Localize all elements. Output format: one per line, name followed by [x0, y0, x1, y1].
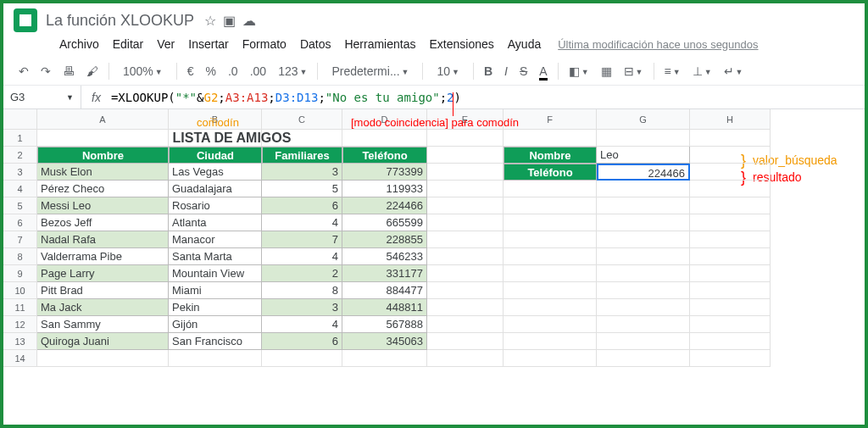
cell[interactable]: Pekin — [169, 299, 262, 316]
cell[interactable] — [597, 265, 690, 282]
menu-ayuda[interactable]: Ayuda — [501, 36, 548, 53]
cell[interactable]: 119933 — [342, 181, 427, 197]
cell[interactable] — [427, 299, 504, 316]
cell[interactable] — [427, 333, 504, 350]
cell[interactable]: Miami — [169, 282, 262, 299]
cell[interactable]: 3 — [262, 299, 342, 316]
cell[interactable]: Page Larry — [37, 265, 169, 282]
cell[interactable] — [597, 214, 690, 231]
cell[interactable]: Pitt Brad — [37, 282, 169, 299]
cell[interactable] — [504, 316, 597, 333]
cell[interactable] — [504, 214, 597, 231]
cell[interactable]: 884477 — [342, 282, 427, 299]
cell[interactable]: 4 — [262, 248, 342, 265]
cell[interactable] — [427, 197, 504, 214]
cell[interactable] — [427, 147, 504, 164]
currency-icon[interactable]: € — [182, 61, 199, 81]
cell[interactable] — [504, 130, 597, 147]
cell[interactable]: 567888 — [342, 316, 427, 333]
last-modified[interactable]: Última modificación hace unos segundos — [558, 38, 758, 51]
cell[interactable] — [597, 282, 690, 299]
cell[interactable] — [597, 316, 690, 333]
cell[interactable]: Leo — [597, 147, 690, 164]
doc-title[interactable]: La función XLOOKUP — [46, 12, 194, 30]
cell[interactable] — [504, 350, 597, 367]
cell[interactable] — [504, 181, 597, 197]
menu-formato[interactable]: Formato — [236, 36, 293, 53]
cell[interactable] — [262, 350, 342, 367]
cell[interactable]: Mountain View — [169, 265, 262, 282]
menu-ver[interactable]: Ver — [150, 36, 181, 53]
cell[interactable] — [427, 265, 504, 282]
halign-icon[interactable]: ≡▼ — [659, 61, 686, 81]
cell[interactable] — [690, 197, 771, 214]
undo-icon[interactable]: ↶ — [14, 61, 34, 81]
cell[interactable]: 228855 — [342, 231, 427, 248]
cell[interactable] — [690, 164, 771, 181]
menu-insertar[interactable]: Insertar — [181, 36, 235, 53]
row-header[interactable]: 11 — [3, 299, 37, 316]
cell[interactable]: 224466 — [597, 164, 690, 181]
cell[interactable] — [504, 231, 597, 248]
cell[interactable] — [597, 248, 690, 265]
cell[interactable] — [504, 265, 597, 282]
cell[interactable] — [169, 350, 262, 367]
menu-extensiones[interactable]: Extensiones — [422, 36, 500, 53]
cell[interactable]: San Sammy — [37, 316, 169, 333]
cell[interactable]: Teléfono — [342, 147, 427, 164]
sheets-logo-icon[interactable] — [14, 8, 37, 32]
row-header[interactable]: 9 — [3, 265, 37, 282]
menu-editar[interactable]: Editar — [106, 36, 151, 53]
cell[interactable]: Nombre — [37, 147, 169, 164]
cell[interactable]: 546233 — [342, 248, 427, 265]
decrease-decimal-icon[interactable]: .0 — [223, 61, 243, 81]
cell[interactable]: Valderrama Pibe — [37, 248, 169, 265]
row-header[interactable]: 8 — [3, 248, 37, 265]
cell[interactable]: Musk Elon — [37, 164, 169, 181]
move-icon[interactable]: ▣ — [223, 13, 236, 29]
cell[interactable]: Gijón — [169, 316, 262, 333]
row-header[interactable]: 1 — [3, 130, 37, 147]
cloud-icon[interactable]: ☁ — [242, 13, 256, 29]
cell[interactable] — [690, 333, 771, 350]
cell[interactable] — [690, 181, 771, 197]
cell[interactable] — [504, 248, 597, 265]
cell[interactable] — [504, 197, 597, 214]
wrap-icon[interactable]: ↵▼ — [719, 61, 748, 81]
cell[interactable] — [427, 350, 504, 367]
cell[interactable]: Nadal Rafa — [37, 231, 169, 248]
row-header[interactable]: 4 — [3, 181, 37, 197]
cell[interactable]: Ma Jack — [37, 299, 169, 316]
cell[interactable]: Teléfono — [504, 164, 597, 181]
cell[interactable]: 345063 — [342, 333, 427, 350]
font-size[interactable]: 10▼ — [428, 61, 468, 81]
cell[interactable] — [504, 299, 597, 316]
menu-datos[interactable]: Datos — [293, 36, 338, 53]
increase-decimal-icon[interactable]: .00 — [245, 61, 271, 81]
cell[interactable]: 224466 — [342, 197, 427, 214]
fill-color-icon[interactable]: ◧▼ — [564, 61, 594, 81]
cell[interactable]: 773399 — [342, 164, 427, 181]
row-header[interactable]: 12 — [3, 316, 37, 333]
cell[interactable] — [427, 130, 504, 147]
print-icon[interactable]: 🖶 — [58, 61, 80, 81]
more-formats-icon[interactable]: 123▼ — [273, 61, 312, 81]
cell[interactable]: Messi Leo — [37, 197, 169, 214]
row-header[interactable]: 2 — [3, 147, 37, 164]
col-header[interactable]: G — [597, 109, 690, 130]
star-icon[interactable]: ☆ — [204, 13, 216, 29]
cell[interactable] — [342, 350, 427, 367]
zoom-select[interactable]: 100%▼ — [114, 61, 171, 81]
row-header[interactable]: 7 — [3, 231, 37, 248]
cell[interactable] — [427, 282, 504, 299]
cell[interactable]: Pérez Checo — [37, 181, 169, 197]
cell[interactable]: Nombre — [504, 147, 597, 164]
cell[interactable]: Familiares — [262, 147, 342, 164]
cell[interactable]: 3 — [262, 164, 342, 181]
font-select[interactable]: Predetermi...▼ — [323, 61, 417, 81]
cell[interactable]: Bezos Jeff — [37, 214, 169, 231]
cell[interactable] — [504, 282, 597, 299]
cell[interactable] — [690, 248, 771, 265]
cell[interactable] — [597, 333, 690, 350]
borders-icon[interactable]: ▦ — [596, 61, 617, 81]
